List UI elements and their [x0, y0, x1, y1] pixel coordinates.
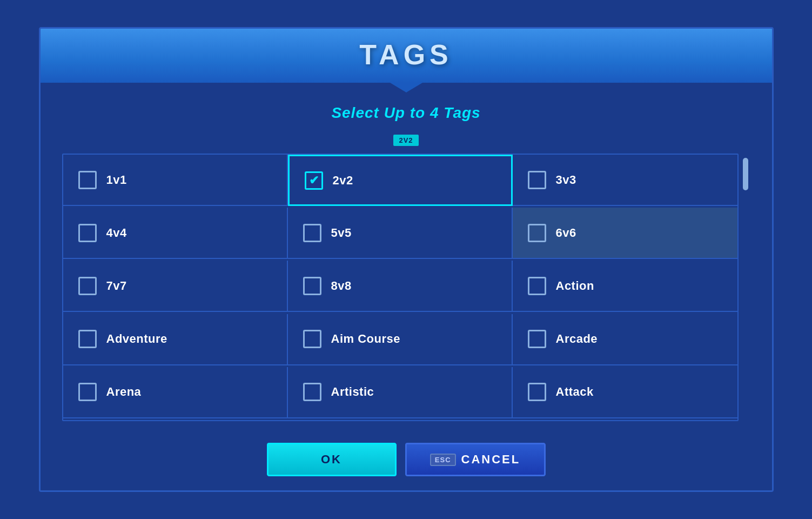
- grid-cell-1v1[interactable]: 1v1: [63, 155, 288, 206]
- grid-cell-5v5[interactable]: 5v5: [288, 208, 513, 259]
- cell-label-4v4: 4v4: [106, 226, 127, 240]
- cell-label-3v3: 3v3: [556, 173, 576, 187]
- modal-header: TAGS: [41, 29, 772, 83]
- grid-cell-4v4[interactable]: 4v4: [63, 208, 288, 259]
- cell-label-arena: Arena: [106, 385, 142, 399]
- grid-cell-artistic[interactable]: Artistic: [288, 367, 513, 418]
- cell-label-arcade: Arcade: [556, 332, 598, 346]
- cell-label-aim-course: Aim Course: [331, 332, 400, 346]
- checkbox-adventure: [78, 330, 97, 348]
- checkmark-icon: ✔: [309, 174, 319, 188]
- subtitle-text: Select Up to 4 Tags: [62, 104, 750, 122]
- checkbox-action: [528, 277, 546, 295]
- checkbox-artistic: [303, 383, 321, 401]
- grid-cell-8v8[interactable]: 8v8: [288, 261, 513, 312]
- grid-container: 1v1✔2v23v34v45v56v67v78v8ActionAdventure…: [62, 154, 750, 421]
- grid-cell-adventure[interactable]: Adventure: [63, 314, 288, 365]
- checkbox-arena: [78, 383, 97, 401]
- subtitle-section: Select Up to 4 Tags 2V2: [62, 104, 750, 146]
- modal-content: Select Up to 4 Tags 2V2 1v1✔2v23v34v45v5…: [41, 83, 772, 432]
- checkbox-attack: [528, 383, 546, 401]
- checkbox-2v2: ✔: [305, 171, 323, 190]
- checkbox-5v5: [303, 224, 321, 242]
- esc-badge: ESC: [430, 454, 456, 466]
- modal-footer: OK ESC CANCEL: [41, 432, 772, 490]
- grid-cell-arena[interactable]: Arena: [63, 367, 288, 418]
- cell-label-6v6: 6v6: [556, 226, 576, 240]
- cell-label-2v2: 2v2: [333, 174, 353, 188]
- checkbox-1v1: [78, 171, 97, 189]
- ok-button[interactable]: OK: [267, 443, 397, 476]
- cancel-label: CANCEL: [461, 453, 521, 467]
- grid-cell-3v3[interactable]: 3v3: [513, 155, 737, 206]
- cell-label-1v1: 1v1: [106, 173, 127, 187]
- grid-cell-arcade[interactable]: Arcade: [513, 314, 737, 365]
- scrollbar-track[interactable]: [741, 154, 750, 421]
- modal-title: TAGS: [41, 38, 772, 71]
- cancel-button[interactable]: ESC CANCEL: [405, 443, 546, 476]
- scrollbar-thumb[interactable]: [743, 158, 748, 190]
- tags-modal: TAGS Select Up to 4 Tags 2V2 1v1✔2v23v34…: [39, 27, 774, 492]
- grid-cell-7v7[interactable]: 7v7: [63, 261, 288, 312]
- checkbox-7v7: [78, 277, 97, 295]
- checkbox-6v6: [528, 224, 546, 242]
- checkbox-arcade: [528, 330, 546, 348]
- tags-grid: 1v1✔2v23v34v45v56v67v78v8ActionAdventure…: [62, 154, 739, 421]
- checkbox-8v8: [303, 277, 321, 295]
- grid-cell-aim-course[interactable]: Aim Course: [288, 314, 513, 365]
- grid-cell-6v6[interactable]: 6v6: [513, 208, 737, 259]
- checkbox-4v4: [78, 224, 97, 242]
- cell-label-action: Action: [556, 279, 594, 293]
- grid-cell-2v2[interactable]: ✔2v2: [288, 155, 513, 206]
- grid-cell-action[interactable]: Action: [513, 261, 737, 312]
- checkbox-3v3: [528, 171, 546, 189]
- grid-cell-attack[interactable]: Attack: [513, 367, 737, 418]
- cell-label-adventure: Adventure: [106, 332, 167, 346]
- cell-label-8v8: 8v8: [331, 279, 352, 293]
- cell-label-attack: Attack: [556, 385, 594, 399]
- cell-label-5v5: 5v5: [331, 226, 352, 240]
- cell-label-7v7: 7v7: [106, 279, 127, 293]
- cell-label-artistic: Artistic: [331, 385, 374, 399]
- checkbox-aim-course: [303, 330, 321, 348]
- selected-tag-badge: 2V2: [393, 135, 418, 146]
